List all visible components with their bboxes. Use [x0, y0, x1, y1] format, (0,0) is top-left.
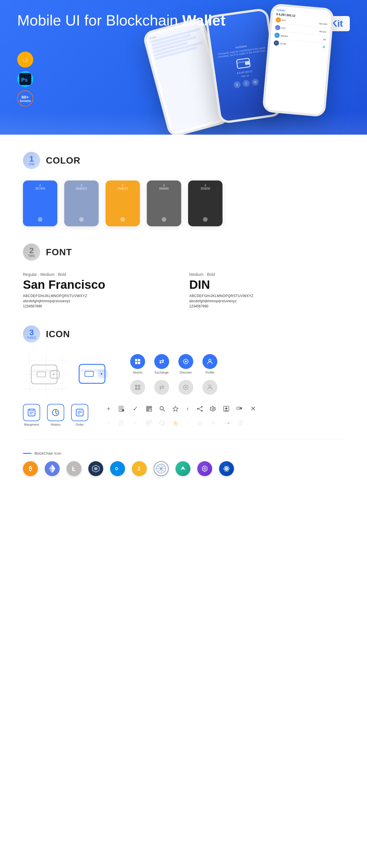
- font-din-name: DIN: [189, 278, 344, 291]
- discover-icon-inactive[interactable]: [178, 380, 193, 395]
- swatch-dot: [203, 217, 207, 222]
- swatch-grayblue: #8DA0C8: [64, 181, 98, 226]
- qr-icon-ghost: [146, 420, 152, 426]
- share-icon[interactable]: [197, 406, 203, 412]
- doc-icon-ghost: [118, 420, 125, 426]
- qr-icon[interactable]: [146, 406, 152, 412]
- discover-icon-active[interactable]: [178, 354, 193, 369]
- star-icon[interactable]: [172, 406, 179, 412]
- icon-section: 3 THREE ICON: [23, 326, 344, 476]
- font-number-badge: 2 TWO: [23, 244, 40, 261]
- color-number-badge: 1 ONE: [23, 152, 40, 169]
- swatch-dot: [38, 217, 43, 222]
- font-grid: Regular · Medium · Bold San Francisco AB…: [23, 272, 344, 308]
- exchange-icon-active[interactable]: [154, 354, 169, 369]
- swatch-gray: #666666: [147, 181, 181, 226]
- font-section-title: FONT: [46, 247, 72, 257]
- crypto-other[interactable]: [219, 461, 234, 476]
- blockchain-line: [23, 453, 32, 454]
- color-swatches: #3574FA #8DA0C8 #F5A623 #666666 #303030: [23, 181, 344, 226]
- profile-label: Profile: [205, 371, 214, 374]
- profile-icon-active[interactable]: [202, 354, 217, 369]
- svg-line-70: [199, 409, 201, 410]
- exchange-icon-inactive[interactable]: [154, 380, 169, 395]
- icon-number-badge: 3 THREE: [23, 326, 40, 343]
- download-icon[interactable]: [223, 406, 229, 412]
- swatch-blue: #3574FA: [23, 181, 57, 226]
- font-sf-uppercase: ABCDEFGHIJKLMNOPQRSTUVWXYZ: [23, 294, 178, 298]
- nav-icons-col: Assets Exchange: [130, 354, 217, 395]
- plus-icon[interactable]: +: [106, 404, 112, 414]
- svg-text:D: D: [115, 466, 118, 471]
- nav-assets-active: Assets: [130, 354, 145, 374]
- history-icon[interactable]: [47, 404, 64, 421]
- divider: [23, 439, 344, 440]
- blockchain-label-text: BlockChain Icon: [34, 451, 61, 456]
- refresh-icon-ghost: [159, 420, 165, 426]
- crypto-dash[interactable]: D: [110, 461, 125, 476]
- svg-marker-84: [173, 421, 178, 426]
- hero-badges: Ps 60+ Screens: [17, 52, 33, 106]
- color-section-title: COLOR: [46, 155, 81, 166]
- app-icons-row: Mangment History: [23, 404, 88, 426]
- misc-icons-row1: + + ✓ ‹ ✕: [106, 404, 257, 414]
- svg-rect-81: [146, 421, 149, 423]
- search-icon[interactable]: [159, 406, 165, 412]
- wallet-guide-icon: [23, 354, 69, 395]
- assets-icon-active[interactable]: [130, 354, 145, 369]
- crypto-matic[interactable]: [197, 461, 212, 476]
- assets-icon-inactive[interactable]: [130, 380, 145, 395]
- crypto-ardor[interactable]: [175, 461, 190, 476]
- wallet-filled-svg: [78, 361, 110, 387]
- management-icon-item: Mangment: [23, 404, 40, 426]
- misc-icons-section: + + ✓ ‹ ✕ + ✓: [106, 404, 257, 428]
- nav-icons-active: Assets Exchange: [130, 354, 217, 374]
- swap-icon[interactable]: [236, 406, 243, 412]
- hero-section: Mobile UI for Blockchain Wallet UI Kit P…: [0, 0, 367, 135]
- screens-label: Screens: [20, 99, 31, 102]
- screens-badge: 60+ Screens: [17, 91, 33, 106]
- doc-icon[interactable]: +: [118, 406, 125, 412]
- history-label: History: [51, 423, 60, 426]
- profile-icon-inactive[interactable]: [202, 380, 217, 395]
- crypto-litecoin[interactable]: Ł: [66, 461, 81, 476]
- chevron-left-icon[interactable]: ‹: [186, 404, 190, 414]
- order-label: Order: [76, 423, 84, 426]
- order-icon-item: Order: [71, 404, 88, 426]
- svg-rect-20: [135, 359, 137, 361]
- main-content: 1 ONE COLOR #3574FA #8DA0C8 #F5A623 #666…: [0, 135, 367, 510]
- discover-label: Discover: [180, 371, 192, 374]
- screens-count: 60+: [22, 95, 29, 99]
- font-sf: Regular · Medium · Bold San Francisco AB…: [23, 272, 178, 308]
- settings-icon[interactable]: [210, 406, 216, 412]
- svg-rect-23: [138, 362, 140, 364]
- close-icon[interactable]: ✕: [250, 404, 257, 414]
- swatch-dot: [79, 217, 84, 222]
- svg-point-66: [201, 406, 203, 408]
- crypto-bitcoin[interactable]: ₿: [23, 461, 38, 476]
- swatch-dot: [120, 217, 125, 222]
- misc-icons-row2: + ✓ ‹ ✕: [106, 418, 257, 428]
- crypto-waves[interactable]: [88, 461, 103, 476]
- font-section: 2 TWO FONT Regular · Medium · Bold San F…: [23, 244, 344, 308]
- crypto-icons-row: ₿ Ł: [23, 461, 344, 476]
- phone-3: myWallet $ 6,297,502.12 ₿ BTC 738-2003 Ξ…: [262, 3, 334, 117]
- order-icon[interactable]: [71, 404, 88, 421]
- plus-icon-ghost: +: [106, 418, 112, 428]
- svg-rect-29: [135, 388, 137, 390]
- assets-label: Assets: [133, 371, 142, 374]
- svg-rect-18: [85, 371, 93, 376]
- star-icon-ghost: [172, 420, 179, 426]
- management-icon[interactable]: [23, 404, 40, 421]
- svg-text:Ł: Ł: [72, 465, 76, 472]
- nav-exchange-active: Exchange: [154, 354, 169, 374]
- swatch-dot: [162, 217, 166, 222]
- svg-point-19: [101, 373, 102, 375]
- crypto-ethereum[interactable]: [45, 461, 60, 476]
- check-icon-ghost: ✓: [132, 418, 139, 428]
- nav-icons-inactive: [130, 380, 217, 395]
- crypto-iota[interactable]: [154, 461, 169, 476]
- check-icon[interactable]: ✓: [132, 404, 139, 414]
- x-icon-ghost: ✕: [210, 418, 217, 428]
- crypto-zcash[interactable]: Z: [132, 461, 147, 476]
